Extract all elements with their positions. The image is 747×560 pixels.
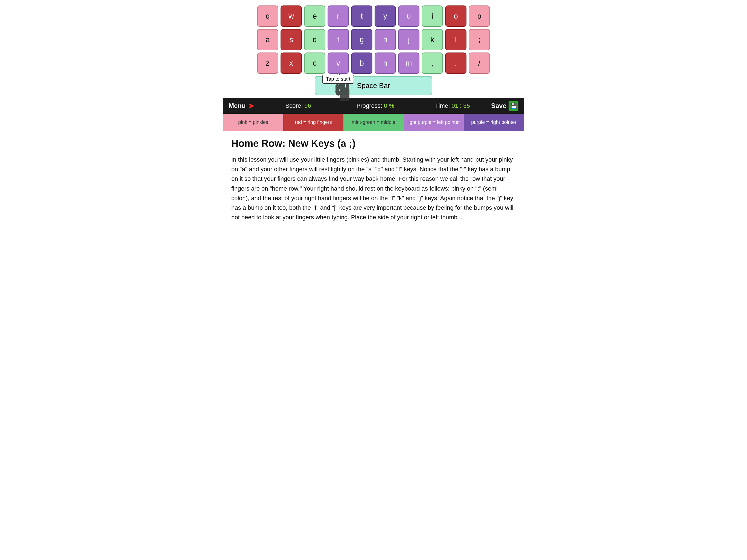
keyboard-row-2: a s d f g h j k l ; [226,29,521,50]
key-slash[interactable]: / [469,52,490,74]
key-h[interactable]: h [375,29,396,50]
key-i[interactable]: i [422,5,443,27]
key-e[interactable]: e [304,5,325,27]
time-value: 01 : 35 [452,102,470,109]
key-a[interactable]: a [257,29,278,50]
time-label: Time: [435,102,450,109]
legend-red: red = ring fingers [283,114,343,131]
keyboard-row-1: q w e r t y u i o p [226,5,521,27]
key-period[interactable]: . [445,52,466,74]
key-d[interactable]: d [304,29,325,50]
key-k[interactable]: k [422,29,443,50]
keyboard-area: q w e r t y u i o p a s d f g h j k l ; … [223,0,524,98]
key-q[interactable]: q [257,5,278,27]
key-b[interactable]: b [351,52,372,74]
legend-pink: pink = pinkies [223,114,283,131]
key-semicolon[interactable]: ; [469,29,490,50]
key-o[interactable]: o [445,5,466,27]
key-y[interactable]: y [375,5,396,27]
key-r[interactable]: r [328,5,349,27]
progress-value: 0 % [384,102,394,109]
legend-bar: pink = pinkies red = ring fingers mint-g… [223,114,524,131]
key-f[interactable]: f [328,29,349,50]
menu-label: Menu [229,102,246,110]
key-g[interactable]: g [351,29,372,50]
keyboard-row-3: z x c v [226,52,521,74]
toolbar: Menu ➤ Score: 96 Progress: 0 % Time: 01 … [223,98,524,114]
tap-tooltip[interactable]: Tap to start [322,75,354,84]
key-x[interactable]: x [281,52,302,74]
key-c[interactable]: c [304,52,325,74]
progress-label: Progress: [357,102,382,109]
score-value: 96 [304,102,311,109]
content-body: In this lesson you will use your little … [231,155,516,222]
legend-purple-light: light purple = left pointer [404,114,464,131]
key-z[interactable]: z [257,52,278,74]
score-label: Score: [285,102,303,109]
time-section: Time: 01 : 35 [414,102,491,109]
key-u[interactable]: u [398,5,419,27]
save-button[interactable]: Save 💾 [491,101,518,111]
content-area: Home Row: New Keys (a ;) In this lesson … [223,131,524,233]
key-comma[interactable]: , [422,52,443,74]
key-n[interactable]: n [375,52,396,74]
key-t[interactable]: t [351,5,372,27]
menu-button[interactable]: Menu ➤ [229,101,254,110]
back-arrow-icon[interactable]: ➤ [248,101,254,110]
tap-tooltip-container: v [328,52,349,74]
legend-purple-dark: purple = right pointer [464,114,524,131]
content-title: Home Row: New Keys (a ;) [231,138,516,149]
key-w[interactable]: w [281,5,302,27]
key-p[interactable]: p [469,5,490,27]
key-m[interactable]: m [398,52,419,74]
key-l[interactable]: l [445,29,466,50]
key-v[interactable]: v [328,52,349,74]
save-disk-icon: 💾 [509,101,518,111]
key-j[interactable]: j [398,29,419,50]
legend-green: mint-green = middle [343,114,404,131]
save-label: Save [491,102,506,110]
key-s[interactable]: s [281,29,302,50]
score-section: Score: 96 [260,102,337,109]
spacebar-row: Space Bar [226,76,521,95]
progress-section: Progress: 0 % [337,102,414,109]
